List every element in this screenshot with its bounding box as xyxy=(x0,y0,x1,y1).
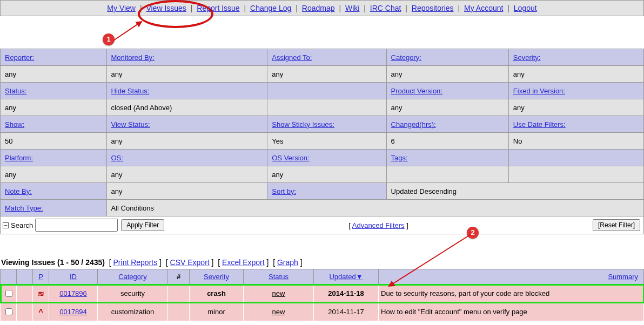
filter-show-link[interactable]: Show: xyxy=(5,120,24,128)
filter-changed-link[interactable]: Changed(hrs): xyxy=(391,120,436,128)
issue-id-link[interactable]: 0017896 xyxy=(59,289,87,297)
nav-repositories[interactable]: Repositories xyxy=(412,4,454,12)
annotation-badge-1: 1 xyxy=(103,33,115,45)
search-row: – Search Apply Filter [ Advanced Filters… xyxy=(0,216,644,234)
filter-category-link[interactable]: Category: xyxy=(391,53,421,62)
filter-status-link[interactable]: Status: xyxy=(5,87,26,95)
annotation-arrow-1 xyxy=(108,16,151,43)
cell-severity: minor xyxy=(190,303,244,321)
svg-line-0 xyxy=(113,22,142,40)
nav-my-view[interactable]: My View xyxy=(107,4,136,12)
issues-header: Viewing Issues (1 - 50 / 2435) [ Print R… xyxy=(0,256,644,269)
csv-export-link[interactable]: CSV Export xyxy=(170,258,210,267)
filter-reporter-value: any xyxy=(1,66,107,83)
cell-summary: How to edit "Edit account" menu on verif… xyxy=(379,303,644,321)
filter-sticky-value: Yes xyxy=(267,133,386,150)
search-label: Search xyxy=(11,221,33,229)
sort-desc-icon: ▼ xyxy=(356,273,363,281)
filter-viewstatus-value: any xyxy=(106,133,267,150)
filter-table: Reporter: Monitored By: Assigned To: Cat… xyxy=(0,49,644,216)
filter-match-value: All Conditions xyxy=(106,200,644,216)
filter-hide-value: closed (And Above) xyxy=(106,99,267,116)
cell-status: new xyxy=(244,303,314,321)
cell-updated: 2014-11-18 xyxy=(314,285,379,303)
priority-icon: ≋ xyxy=(38,289,44,298)
graph-link[interactable]: Graph xyxy=(277,258,298,267)
nav-change-log[interactable]: Change Log xyxy=(250,4,291,12)
nav-view-issues[interactable]: View Issues xyxy=(146,4,186,12)
cell-category: security xyxy=(98,285,168,303)
advanced-filters-link[interactable]: Advanced Filters xyxy=(352,221,405,229)
row-checkbox[interactable] xyxy=(5,308,12,315)
nav-logout[interactable]: Logout xyxy=(514,4,537,12)
filter-noteby-value: any xyxy=(106,183,267,200)
col-summary[interactable]: Summary xyxy=(608,273,638,281)
filter-match-link[interactable]: Match Type: xyxy=(5,204,43,212)
nav-wiki[interactable]: Wiki xyxy=(345,4,359,12)
priority-icon: ^ xyxy=(38,308,43,316)
apply-filter-button[interactable]: Apply Filter xyxy=(121,219,164,231)
filter-changed-value: 6 xyxy=(386,133,508,150)
filter-noteby-link[interactable]: Note By: xyxy=(5,187,32,195)
filter-product-value: any xyxy=(386,99,508,116)
filter-osver-value: any xyxy=(267,166,386,183)
col-status[interactable]: Status xyxy=(269,273,289,281)
cell-summary: Due to security reasons, part of your co… xyxy=(379,285,644,303)
filter-fixed-link[interactable]: Fixed in Version: xyxy=(513,87,565,95)
issues-title: Viewing Issues (1 - 50 / 2435) xyxy=(1,258,105,267)
filter-show-value: 50 xyxy=(1,133,107,150)
top-nav: My View | View Issues | Report Issue | C… xyxy=(0,0,644,16)
col-severity[interactable]: Severity xyxy=(204,273,229,281)
filter-monitored-value: any xyxy=(106,66,267,83)
filter-tags-link[interactable]: Tags: xyxy=(391,154,408,162)
filter-assigned-link[interactable]: Assigned To: xyxy=(272,53,312,62)
cell-severity: crash xyxy=(190,285,244,303)
filter-sortby-value: Updated Descending xyxy=(386,183,643,200)
filter-product-link[interactable]: Product Version: xyxy=(391,87,442,95)
excel-export-link[interactable]: Excel Export xyxy=(222,258,265,267)
filter-os-link[interactable]: OS: xyxy=(111,154,123,162)
filter-reporter-link[interactable]: Reporter: xyxy=(5,53,34,62)
cell-status: new xyxy=(244,285,314,303)
filter-severity-value: any xyxy=(508,66,643,83)
filter-fixed-value: any xyxy=(508,99,643,116)
advanced-filters-wrap: [ Advanced Filters ] xyxy=(348,221,408,229)
issues-table: P ID Category # Severity Status Updated▼… xyxy=(0,269,644,321)
filter-status-value: any xyxy=(1,99,107,116)
collapse-icon[interactable]: – xyxy=(3,222,9,228)
col-hash: # xyxy=(177,273,180,281)
filter-sortby-link[interactable]: Sort by: xyxy=(272,187,296,195)
col-id[interactable]: ID xyxy=(70,273,77,281)
filter-osver-link[interactable]: OS Version: xyxy=(272,154,309,162)
filter-monitored-link[interactable]: Monitored By: xyxy=(111,53,155,62)
cell-updated: 2014-11-17 xyxy=(314,303,379,321)
filter-viewstatus-link[interactable]: View Status: xyxy=(111,120,150,128)
filter-severity-link[interactable]: Severity: xyxy=(513,53,541,62)
col-category[interactable]: Category xyxy=(118,273,147,281)
col-updated[interactable]: Updated▼ xyxy=(329,273,363,281)
nav-report-issue[interactable]: Report Issue xyxy=(197,4,239,12)
filter-datefilters-link[interactable]: Use Date Filters: xyxy=(513,120,566,128)
filter-hide-link[interactable]: Hide Status: xyxy=(111,87,150,95)
reset-filter-button[interactable]: [Reset Filter] xyxy=(593,219,640,231)
table-row: ≋0017896securitycrashnew2014-11-18Due to… xyxy=(1,285,644,303)
filter-platform-link[interactable]: Platform: xyxy=(5,154,33,162)
filter-os-value: any xyxy=(106,166,267,183)
search-input[interactable] xyxy=(35,219,118,232)
filter-sticky-link[interactable]: Show Sticky Issues: xyxy=(272,120,334,128)
table-row: ^0017894customizationminornew2014-11-17H… xyxy=(1,303,644,321)
issue-id-link[interactable]: 0017894 xyxy=(59,308,87,316)
filter-assigned-value: any xyxy=(267,66,386,83)
nav-irc-chat[interactable]: IRC Chat xyxy=(370,4,401,12)
cell-category: customization xyxy=(98,303,168,321)
col-p[interactable]: P xyxy=(38,273,43,281)
print-reports-link[interactable]: Print Reports xyxy=(113,258,158,267)
nav-my-account[interactable]: My Account xyxy=(464,4,503,12)
nav-roadmap[interactable]: Roadmap xyxy=(302,4,335,12)
filter-datefilters-value: No xyxy=(508,133,643,150)
filter-platform-value: any xyxy=(1,166,107,183)
row-checkbox[interactable] xyxy=(5,290,12,297)
filter-category-value: any xyxy=(386,66,508,83)
